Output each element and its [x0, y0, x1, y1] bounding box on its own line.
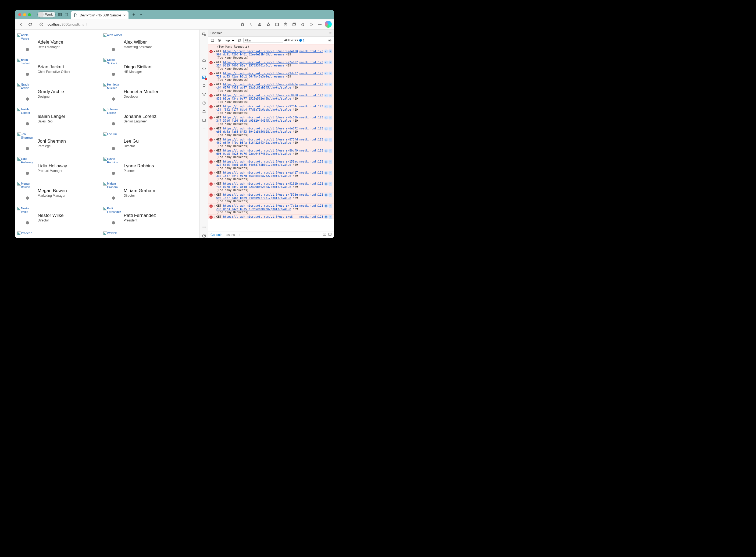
console-error-row[interactable]: ✕ ▶ GET https://graph.microsoft.com/v1.0… — [208, 71, 334, 82]
console-error-row[interactable]: ✕ ▶ GET https://graph.microsoft.com/v1.0… — [208, 148, 334, 159]
console-error-row[interactable]: ✕ ▶ GET https://graph.microsoft.com/v1.0… — [208, 192, 334, 203]
copy-badge-icon[interactable]: ⧉ — [328, 127, 332, 130]
console-error-row[interactable]: ✕ ▶ GET https://graph.microsoft.com/v1.0… — [208, 49, 334, 60]
expand-icon[interactable]: ▶ — [214, 50, 215, 53]
console-settings-icon[interactable] — [327, 37, 333, 43]
ai-badge-icon[interactable]: ai — [324, 61, 328, 64]
ai-badge-icon[interactable]: ai — [324, 127, 328, 130]
source-link[interactable]: nosdk.html:123 — [299, 94, 323, 97]
request-url-link[interactable]: https://graph.microsoft.com/v1.0/users/8… — [216, 138, 297, 144]
source-link[interactable]: nosdk.html:123 — [299, 182, 323, 185]
application-icon[interactable] — [202, 118, 207, 123]
browser-essentials-icon[interactable] — [299, 21, 307, 28]
console-error-row[interactable]: ✕ ▶ GET https://graph.microsoft.com/v1.0… — [208, 170, 334, 181]
drawer-tab-issues[interactable]: Issues — [226, 233, 235, 237]
profile-switcher[interactable]: Work — [37, 11, 56, 18]
expand-icon[interactable]: ▶ — [214, 215, 215, 218]
shopping-icon[interactable] — [239, 21, 246, 28]
source-link[interactable]: nosdk.html:123 — [299, 83, 323, 86]
expand-icon[interactable]: ▶ — [214, 83, 215, 86]
expand-icon[interactable]: ▶ — [214, 94, 215, 97]
console-icon[interactable] — [202, 75, 207, 80]
source-link[interactable]: nosdk.html:123 — [299, 160, 323, 163]
expand-icon[interactable]: ▶ — [214, 61, 215, 64]
ai-badge-icon[interactable]: ai — [324, 204, 328, 208]
browser-tab[interactable]: Dev Proxy - No SDK Sample ✕ — [71, 11, 128, 19]
welcome-icon[interactable] — [202, 58, 207, 62]
network-icon[interactable] — [202, 92, 207, 97]
copy-badge-icon[interactable]: ⧉ — [328, 149, 332, 153]
source-link[interactable]: nosdk.html:123 — [299, 71, 323, 75]
request-url-link[interactable]: https://graph.microsoft.com/v1.0/users/8… — [216, 149, 297, 155]
sidebar-toggle-icon[interactable] — [210, 37, 215, 43]
tab-actions-icon[interactable] — [64, 12, 68, 17]
drawer-tab-console[interactable]: Console — [211, 233, 222, 237]
copy-badge-icon[interactable]: ⧉ — [328, 71, 332, 75]
copy-badge-icon[interactable]: ⧉ — [328, 94, 332, 97]
copy-badge-icon[interactable]: ⧉ — [328, 116, 332, 119]
console-error-row[interactable]: ✕ ▶ GET https://graph.microsoft.com/v1.0… — [208, 126, 334, 137]
live-expression-icon[interactable] — [236, 37, 242, 43]
request-url-link[interactable]: https://graph.microsoft.com/v1.0/users/9… — [216, 71, 297, 78]
ai-badge-icon[interactable]: ai — [324, 160, 328, 164]
request-url-link[interactable]: https://graph.microsoft.com/v1.0/users/0… — [216, 116, 297, 122]
ai-badge-icon[interactable]: ai — [324, 193, 328, 197]
copy-badge-icon[interactable]: ⧉ — [328, 204, 332, 208]
address-bar[interactable]: localhost:3000/nosdk.html — [35, 21, 237, 29]
expand-icon[interactable]: ▶ — [214, 138, 215, 141]
help-icon[interactable] — [202, 233, 207, 238]
copy-badge-icon[interactable]: ⧉ — [328, 105, 332, 109]
copy-badge-icon[interactable]: ⧉ — [328, 193, 332, 197]
console-error-row[interactable]: ✕ ▶ GET https://graph.microsoft.com/v1.0… — [208, 137, 334, 148]
tab-overflow-icon[interactable] — [139, 12, 143, 17]
console-error-row[interactable]: ✕ ▶ GET https://graph.microsoft.com/v1.0… — [208, 181, 334, 192]
maximize-window-button[interactable] — [28, 13, 31, 16]
source-link[interactable]: nosdk.html:123 — [299, 61, 323, 64]
memory-icon[interactable] — [202, 109, 207, 114]
favorites-bar-icon[interactable] — [282, 21, 289, 28]
console-error-row[interactable]: ✕ ▶ GET https://graph.microsoft.com/v1.0… — [208, 60, 334, 71]
ai-badge-icon[interactable]: ai — [324, 149, 328, 153]
request-url-link[interactable]: https://graph.microsoft.com/v1.0/users/2… — [216, 61, 297, 67]
devtools-close-button[interactable]: ✕ — [329, 31, 332, 35]
copy-badge-icon[interactable]: ⧉ — [328, 160, 332, 164]
expand-icon[interactable]: ▶ — [214, 72, 215, 75]
expand-icon[interactable]: ▶ — [214, 149, 215, 152]
more-icon[interactable] — [316, 21, 324, 28]
request-url-link[interactable]: https://graph.microsoft.com/v1.0/users/e… — [223, 215, 293, 218]
ai-badge-icon[interactable]: ai — [324, 71, 328, 75]
expand-icon[interactable]: ▶ — [214, 182, 215, 185]
context-selector[interactable]: top — [223, 38, 235, 42]
copy-badge-icon[interactable]: ⧉ — [328, 171, 332, 175]
request-url-link[interactable]: https://graph.microsoft.com/v1.0/users/c… — [216, 94, 297, 100]
expand-icon[interactable]: ▶ — [214, 127, 215, 130]
new-tab-button[interactable]: + — [131, 12, 136, 17]
source-link[interactable]: nosdk.html:123 — [299, 193, 323, 196]
request-url-link[interactable]: https://graph.microsoft.com/v1.0/users/d… — [216, 50, 297, 56]
request-url-link[interactable]: https://graph.microsoft.com/v1.0/users/d… — [216, 127, 297, 133]
source-link[interactable]: nosdk.html:123 — [299, 105, 323, 108]
expand-icon[interactable]: ▶ — [214, 160, 215, 163]
source-link[interactable]: nosdk.html:123 — [299, 127, 323, 130]
request-url-link[interactable]: https://graph.microsoft.com/v1.0/users/e… — [216, 171, 297, 177]
expand-icon[interactable]: ▶ — [214, 171, 215, 174]
console-error-row[interactable]: ✕ ▶ GET https://graph.microsoft.com/v1.0… — [208, 82, 334, 93]
copy-badge-icon[interactable]: ⧉ — [328, 50, 332, 53]
expand-icon[interactable]: ▶ — [214, 105, 215, 108]
tab-close-button[interactable]: ✕ — [123, 13, 126, 17]
console-error-row[interactable]: ✕ ▶ GET https://graph.microsoft.com/v1.0… — [208, 104, 334, 115]
source-link[interactable]: nosdk.html:123 — [299, 204, 323, 207]
copy-badge-icon[interactable]: ⧉ — [328, 215, 332, 219]
request-url-link[interactable]: https://graph.microsoft.com/v1.0/users/6… — [216, 83, 297, 89]
request-url-link[interactable]: https://graph.microsoft.com/v1.0/users/5… — [216, 105, 297, 111]
expand-icon[interactable]: ▶ — [214, 194, 215, 196]
workspaces-icon[interactable] — [58, 12, 62, 17]
source-link[interactable]: nosdk.html:123 — [299, 149, 323, 152]
request-url-link[interactable]: https://graph.microsoft.com/v1.0/users/1… — [216, 160, 297, 166]
ai-badge-icon[interactable]: ai — [324, 83, 328, 86]
drawer-errors-icon[interactable] — [323, 233, 326, 237]
drawer-add-tab[interactable]: ＋ — [238, 233, 242, 237]
ai-badge-icon[interactable]: ai — [324, 50, 328, 53]
share-icon[interactable] — [256, 21, 263, 28]
copilot-icon[interactable] — [325, 21, 332, 28]
